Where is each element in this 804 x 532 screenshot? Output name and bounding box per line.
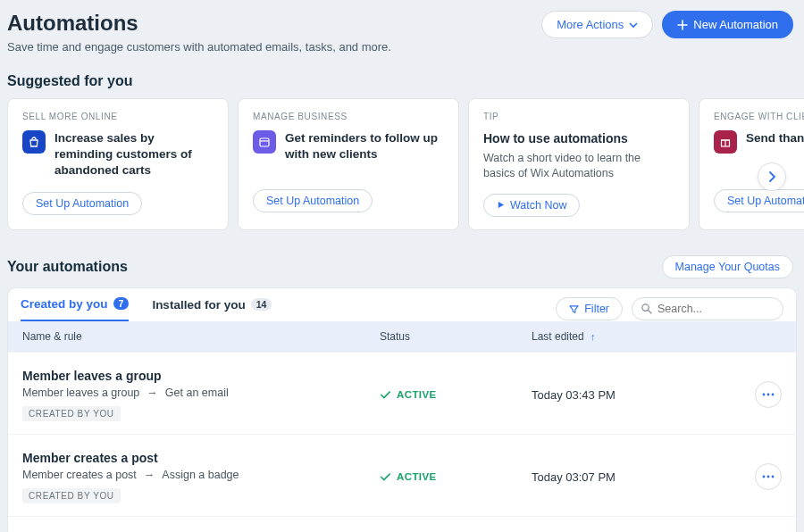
more-horizontal-icon	[762, 393, 775, 396]
status-active: ACTIVE	[380, 389, 532, 401]
suggestion-card: ENGAGE WITH CLIENTS Send thank … who su …	[699, 98, 804, 230]
manage-quotas-button[interactable]: Manage Your Quotas	[662, 255, 793, 278]
arrow-right-icon: →	[144, 469, 155, 481]
svg-point-8	[772, 476, 775, 478]
rule-trigger: Member creates a post	[22, 469, 137, 481]
svg-point-5	[772, 394, 775, 396]
table-row[interactable]: Member leaves a group Member leaves a gr…	[8, 352, 796, 434]
tab-label: Created by you	[21, 297, 108, 311]
card-tag: ENGAGE WITH CLIENTS	[714, 112, 804, 121]
card-action-label: Set Up Automation	[266, 195, 359, 207]
card-description: Watch a short video to learn the basics …	[483, 151, 674, 181]
status-label: ACTIVE	[397, 471, 437, 482]
scroll-right-button[interactable]	[758, 162, 786, 191]
card-tag: SELL MORE ONLINE	[22, 112, 214, 121]
svg-point-4	[767, 394, 770, 396]
automations-panel: Created by you 7 Installed for you 14 Fi…	[7, 287, 797, 532]
shopping-bag-icon	[22, 130, 46, 154]
tab-count-badge: 14	[251, 298, 272, 311]
automation-name: Member creates a post	[22, 451, 380, 465]
page-title: Automations	[7, 11, 138, 36]
suggested-heading: Suggested for you	[0, 54, 804, 98]
set-up-automation-button[interactable]: Set Up Automation	[22, 192, 142, 215]
row-actions-button[interactable]	[755, 381, 782, 408]
svg-rect-0	[260, 138, 269, 146]
suggestion-card: SELL MORE ONLINE Increase sales by remin…	[7, 98, 229, 230]
rule-trigger: Member leaves a group	[22, 387, 139, 399]
row-actions-button[interactable]	[755, 463, 782, 490]
play-icon	[497, 201, 505, 209]
suggestion-card: MANAGE BUSINESS Get reminders to follow …	[238, 98, 459, 230]
gift-icon	[714, 130, 737, 154]
page-subtitle: Save time and engage customers with auto…	[0, 40, 804, 54]
last-edited: Today 03:07 PM	[532, 470, 737, 484]
check-icon	[380, 471, 391, 483]
col-last-edited[interactable]: Last edited ↑	[532, 330, 737, 343]
col-status[interactable]: Status	[380, 330, 532, 343]
col-last-edited-label: Last edited	[532, 330, 584, 343]
card-tag: MANAGE BUSINESS	[253, 112, 444, 121]
set-up-automation-button[interactable]: Set Up Automation	[253, 189, 373, 212]
new-automation-label: New Automation	[693, 18, 778, 31]
search-icon	[641, 303, 652, 314]
card-action-label: Watch Now	[510, 199, 566, 212]
filter-label: Filter	[584, 303, 609, 315]
tab-installed-for-you[interactable]: Installed for you 14	[152, 298, 272, 320]
chevron-down-icon	[629, 21, 638, 29]
your-automations-heading: Your automations	[7, 259, 128, 275]
plus-icon	[677, 20, 688, 30]
tab-label: Installed for you	[152, 298, 245, 312]
sort-ascending-icon: ↑	[590, 331, 596, 342]
watch-now-button[interactable]: Watch Now	[483, 194, 580, 217]
card-tag: TIP	[483, 112, 674, 121]
status-label: ACTIVE	[397, 389, 437, 400]
more-horizontal-icon	[762, 475, 775, 478]
more-actions-button[interactable]: More Actions	[541, 11, 653, 38]
filter-icon	[569, 304, 579, 314]
rule-action: Assign a badge	[162, 469, 239, 481]
set-up-automation-button[interactable]: Set Up Automation	[714, 189, 804, 212]
svg-point-6	[763, 476, 766, 478]
svg-point-3	[763, 394, 766, 396]
arrow-right-icon: →	[147, 387, 158, 399]
suggestion-card: TIP How to use automations Watch a short…	[468, 98, 690, 230]
table-header: Name & rule Status Last edited ↑	[8, 321, 796, 352]
last-edited: Today 03:43 PM	[532, 388, 737, 402]
search-input[interactable]	[632, 297, 783, 320]
created-by-you-tag: CREATED BY YOU	[22, 406, 121, 421]
col-name-rule[interactable]: Name & rule	[22, 330, 380, 343]
rule-action: Get an email	[165, 387, 229, 399]
card-action-label: Set Up Automation	[727, 195, 804, 207]
card-action-label: Set Up Automation	[36, 197, 129, 210]
card-title: Send thank … who su … t	[746, 130, 804, 146]
svg-point-7	[767, 476, 770, 478]
table-row[interactable]: Member comments on a post Member comment…	[8, 516, 796, 532]
check-icon	[380, 389, 391, 401]
automation-rule: Member creates a post → Assign a badge	[22, 469, 380, 481]
suggestion-cards: SELL MORE ONLINE Increase sales by remin…	[0, 98, 804, 230]
status-active: ACTIVE	[380, 471, 532, 483]
table-row[interactable]: Member creates a post Member creates a p…	[8, 434, 796, 516]
filter-button[interactable]: Filter	[556, 297, 623, 320]
card-title: Increase sales by reminding customers of…	[54, 130, 214, 179]
more-actions-label: More Actions	[557, 18, 624, 31]
tab-count-badge: 7	[113, 297, 130, 310]
chevron-right-icon	[767, 171, 776, 182]
card-title: How to use automations	[483, 130, 674, 147]
tab-created-by-you[interactable]: Created by you 7	[21, 297, 129, 321]
created-by-you-tag: CREATED BY YOU	[22, 488, 121, 503]
card-title: Get reminders to follow up with new clie…	[285, 130, 444, 162]
calendar-icon	[253, 130, 276, 154]
new-automation-button[interactable]: New Automation	[662, 11, 793, 38]
automation-name: Member leaves a group	[22, 369, 380, 383]
automation-rule: Member leaves a group → Get an email	[22, 387, 380, 399]
